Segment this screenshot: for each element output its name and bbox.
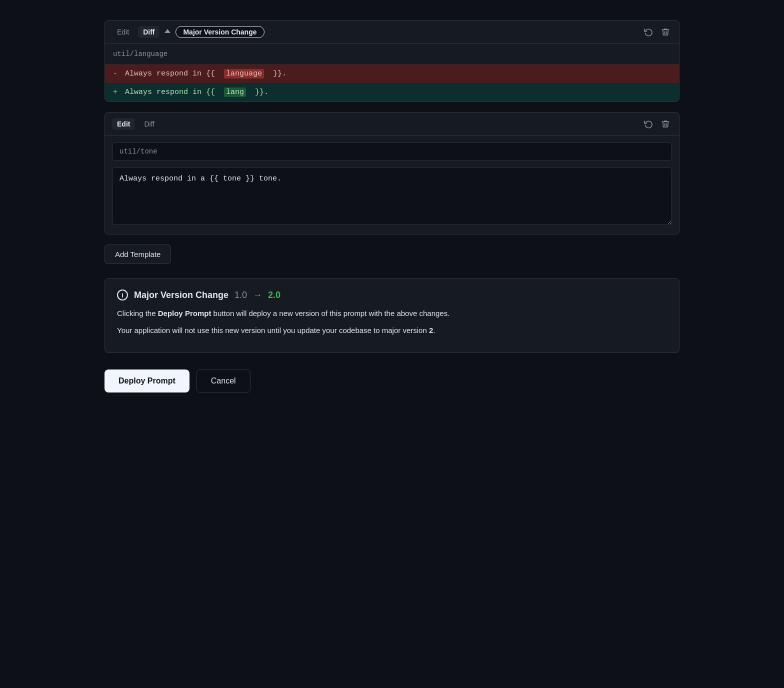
diff-template-path: util/language [105,44,679,64]
diff-added-text: Always respond in {{ lang }}. [125,88,268,96]
reset-button-diff[interactable] [642,26,655,38]
warning-version-old: 1.0 [234,290,247,300]
footer-buttons: Deploy Prompt Cancel [104,369,680,393]
diff-tab-diff-block[interactable]: Diff [138,26,160,38]
edit-template-block: Edit Diff Always respond in a [104,112,680,234]
up-arrow-icon [164,28,172,36]
edit-tab-edit-block[interactable]: Edit [112,118,135,130]
delete-button-edit[interactable] [659,118,672,130]
cancel-button[interactable]: Cancel [196,369,250,393]
deploy-prompt-button[interactable]: Deploy Prompt [104,370,190,392]
diff-template-header: Edit Diff Major Version Change [105,20,679,44]
warning-version-number: 2 [429,326,433,334]
warning-deploy-bold: Deploy Prompt [158,309,212,318]
diff-minus-prefix: - [113,70,121,78]
delete-button-diff[interactable] [659,26,672,38]
warning-box: i Major Version Change 1.0 → 2.0 Clickin… [104,278,680,353]
warning-line1: Clicking the Deploy Prompt button will d… [117,308,667,320]
diff-highlight-added: lang [224,88,246,97]
info-icon: i [117,290,128,300]
diff-tab-edit-block[interactable]: Diff [139,118,160,130]
edit-template-content[interactable]: Always respond in a {{ tone }} tone. [112,167,672,225]
warning-line2: Your application will not use this new v… [117,324,667,336]
diff-highlight-removed: language [224,69,264,78]
diff-removed-text: Always respond in {{ language }}. [125,70,286,78]
edit-tab-diff-block[interactable]: Edit [112,26,134,38]
edit-template-header: Edit Diff [105,112,679,136]
diff-added-line: + Always respond in {{ lang }}. [105,83,679,102]
diff-template-block: Edit Diff Major Version Change [104,20,680,102]
warning-title: Major Version Change [134,290,228,300]
warning-title-row: i Major Version Change 1.0 → 2.0 [117,290,667,300]
reset-button-edit[interactable] [642,118,655,130]
add-template-button[interactable]: Add Template [104,244,171,264]
edit-template-path-input[interactable] [112,142,672,161]
version-badge: Major Version Change [176,26,264,38]
warning-arrow: → [253,290,262,300]
warning-version-new: 2.0 [268,290,280,300]
diff-removed-line: - Always respond in {{ language }}. [105,64,679,83]
diff-plus-prefix: + [113,88,121,96]
